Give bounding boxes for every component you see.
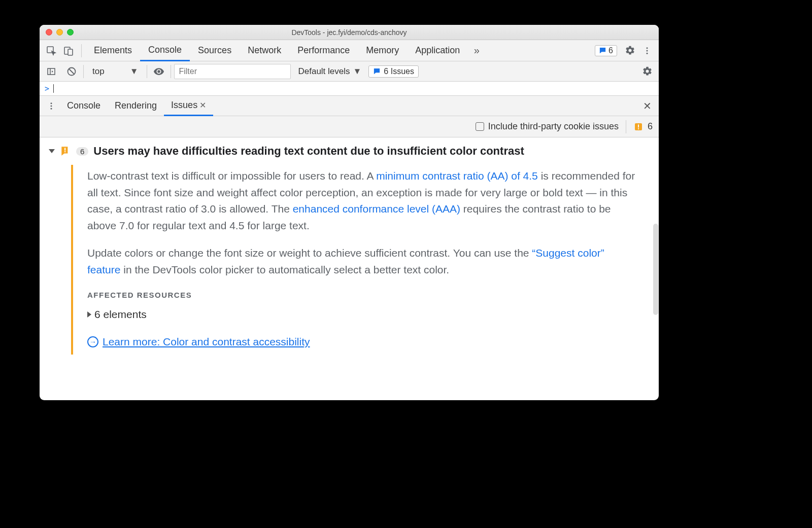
- drawer-kebab-icon[interactable]: [43, 97, 60, 115]
- disclosure-triangle-icon[interactable]: [49, 149, 55, 153]
- context-selector[interactable]: top ▼: [87, 64, 144, 79]
- issues-chip-text: 6 Issues: [384, 67, 414, 76]
- divider: [83, 65, 84, 78]
- chevron-down-icon: ▼: [353, 66, 362, 77]
- live-expression-icon[interactable]: [150, 63, 167, 80]
- affected-resources-row[interactable]: 6 elements: [87, 306, 639, 323]
- issue-title: Users may have difficulties reading text…: [93, 145, 524, 158]
- close-tab-x-icon[interactable]: ✕: [199, 100, 206, 110]
- scrollbar[interactable]: [653, 224, 658, 315]
- warning-icon: [633, 122, 644, 132]
- log-levels-dropdown[interactable]: Default levels ▼: [294, 66, 365, 77]
- devtools-window: DevTools - jec.fyi/demo/cds-anchovy Elem…: [40, 25, 659, 400]
- window-title: DevTools - jec.fyi/demo/cds-anchovy: [40, 28, 659, 37]
- main-tabs-bar: Elements Console Sources Network Perform…: [40, 40, 659, 61]
- drawer-tabs-bar: Console Rendering Issues ✕ ✕: [40, 96, 659, 116]
- chevron-down-icon: ▼: [130, 66, 139, 77]
- issue-paragraph-1: Low-contrast text is difficult or imposs…: [87, 168, 639, 234]
- prompt-symbol: >: [45, 84, 49, 93]
- svg-rect-13: [638, 128, 639, 129]
- warning-icon: [60, 146, 71, 157]
- settings-gear-icon[interactable]: [621, 42, 638, 59]
- context-value: top: [92, 66, 105, 77]
- issues-toolbar-count: 6: [648, 121, 653, 132]
- clear-console-icon[interactable]: [63, 63, 80, 80]
- filter-input[interactable]: [174, 64, 291, 79]
- tab-memory[interactable]: Memory: [358, 40, 407, 61]
- third-party-checkbox-label: Include third-party cookie issues: [488, 121, 619, 132]
- link-contrast-aaa[interactable]: enhanced conformance level (AAA): [293, 203, 460, 215]
- link-contrast-aa[interactable]: minimum contrast ratio (AA) of 4.5: [376, 170, 538, 182]
- svg-rect-12: [638, 124, 639, 127]
- traffic-lights: [40, 29, 74, 36]
- levels-label: Default levels: [298, 66, 350, 77]
- minimize-window-button[interactable]: [56, 29, 63, 36]
- issues-toolbar: Include third-party cookie issues 6: [40, 116, 659, 137]
- issue-paragraph-2: Update colors or change the font size or…: [87, 245, 639, 278]
- svg-rect-15: [64, 151, 65, 152]
- titlebar: DevTools - jec.fyi/demo/cds-anchovy: [40, 25, 659, 40]
- issues-indicator-top[interactable]: 6: [595, 45, 617, 56]
- drawer-tab-rendering[interactable]: Rendering: [108, 96, 164, 116]
- tab-network[interactable]: Network: [240, 40, 289, 61]
- svg-point-5: [647, 52, 648, 54]
- svg-point-9: [51, 105, 52, 107]
- issues-badge-count: 6: [608, 46, 613, 55]
- tab-console[interactable]: Console: [140, 41, 190, 61]
- console-prompt[interactable]: >: [40, 82, 659, 96]
- svg-rect-14: [64, 148, 65, 151]
- more-tabs-icon[interactable]: »: [468, 42, 485, 59]
- tab-application[interactable]: Application: [407, 40, 468, 61]
- tab-elements[interactable]: Elements: [86, 40, 140, 61]
- issue-header[interactable]: 6 Users may have difficulties reading te…: [49, 145, 650, 158]
- tab-sources[interactable]: Sources: [190, 40, 240, 61]
- close-window-button[interactable]: [46, 29, 52, 36]
- drawer-tab-issues-label: Issues: [171, 100, 197, 111]
- learn-more-link[interactable]: Learn more: Color and contrast accessibi…: [103, 334, 310, 350]
- issue-detail: Low-contrast text is difficult or imposs…: [71, 165, 650, 355]
- console-settings-gear-icon[interactable]: [638, 63, 656, 80]
- svg-rect-6: [48, 68, 55, 75]
- divider: [626, 120, 626, 133]
- svg-point-4: [647, 50, 648, 51]
- issues-chip[interactable]: 6 Issues: [368, 65, 419, 78]
- inspect-element-icon[interactable]: [43, 42, 60, 59]
- toggle-sidebar-icon[interactable]: [43, 63, 60, 80]
- svg-rect-2: [68, 49, 73, 55]
- divider: [81, 44, 82, 57]
- close-drawer-icon[interactable]: ✕: [638, 97, 656, 115]
- affected-resources-label: AFFECTED RESOURCES: [87, 289, 639, 301]
- third-party-checkbox[interactable]: [476, 122, 484, 131]
- arrow-circle-icon: →: [87, 336, 98, 347]
- affected-count-text: 6 elements: [94, 306, 147, 323]
- svg-point-8: [51, 102, 52, 104]
- svg-point-10: [51, 108, 52, 109]
- issues-panel: 6 Users may have difficulties reading te…: [40, 137, 659, 400]
- drawer-tab-issues[interactable]: Issues ✕: [164, 96, 213, 116]
- maximize-window-button[interactable]: [67, 29, 74, 36]
- console-toolbar: top ▼ Default levels ▼ 6 Issues: [40, 61, 659, 82]
- text-cursor: [53, 84, 54, 93]
- svg-point-3: [647, 47, 648, 49]
- tab-performance[interactable]: Performance: [289, 40, 358, 61]
- expand-triangle-icon[interactable]: [87, 311, 91, 318]
- learn-more-row: → Learn more: Color and contrast accessi…: [87, 334, 639, 350]
- drawer-tab-console[interactable]: Console: [60, 96, 108, 116]
- divider: [147, 65, 147, 78]
- divider: [171, 65, 171, 78]
- issue-count-badge: 6: [76, 147, 88, 156]
- device-toggle-icon[interactable]: [60, 42, 77, 59]
- kebab-menu-icon[interactable]: [638, 42, 656, 59]
